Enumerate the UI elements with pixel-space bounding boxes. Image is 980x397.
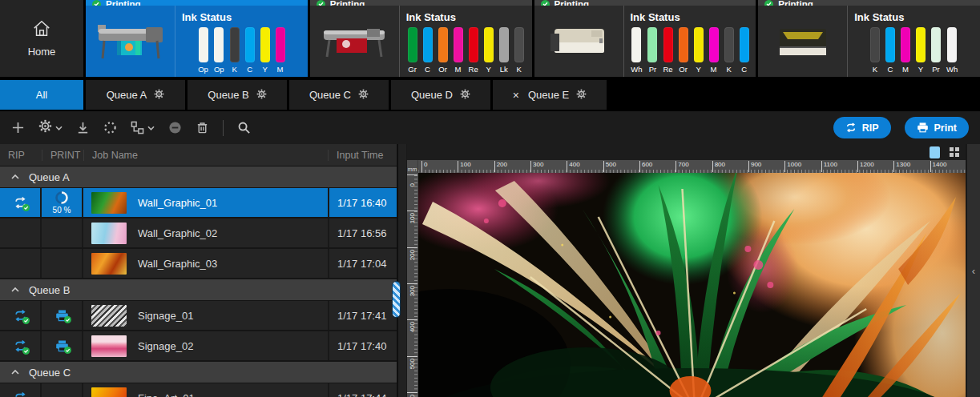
import-job-button[interactable] [76,121,90,134]
tab-gear-icon[interactable] [358,89,369,102]
ink-label: Y [918,65,923,74]
cell-rip [0,383,42,397]
chevron-left-icon: ‹ [972,265,975,277]
collapse-right-panel-button[interactable]: ‹ [966,144,980,397]
chevron-up-icon [11,174,19,179]
ink-label: C [888,65,893,74]
print-button[interactable]: Print [905,117,969,138]
ink-slot: M [276,27,285,74]
printer-status-bar: Printing [758,0,980,6]
ruler-tick-label: 400 [567,161,579,172]
job-row[interactable]: 50 % Wall_Graphic_01 1/17 16:40 [0,188,397,219]
printer-image [534,6,624,77]
ink-bars: KCMYPrWh [854,27,974,74]
printer-panel[interactable]: Printing Ink Status WhPrReOrYMKC [534,0,756,77]
ink-bar [631,27,641,62]
print-progress-ring [54,190,69,205]
status-check-icon [92,0,101,6]
rip-process-button[interactable] [103,121,117,134]
ink-bars: OpOpKCYM [182,27,301,74]
job-row[interactable]: Wall_Graphic_03 1/17 17:04 [0,249,397,279]
ruler-tick-label: 700 [676,161,688,172]
printer-image [310,6,400,77]
job-toolbar: RIP Print [0,110,980,144]
ink-slot: Op [198,27,208,74]
ink-bar [514,27,524,62]
tab-close-icon[interactable]: × [513,89,519,102]
ink-bar [947,27,957,62]
printer-panel[interactable]: Printing Ink Status KCMYPrWh [758,0,980,77]
printer-status-label: Printing [106,0,140,6]
job-table-body: Queue A 50 % Wall_Graphic_01 1/17 16:40 … [0,166,397,397]
ink-slot: Lk [499,27,509,74]
queue-tab[interactable]: Queue C [289,80,389,110]
ink-slot: Wh [946,27,958,74]
printer-panel[interactable]: Printing Ink Status OpOpKCYM [86,0,308,77]
job-row[interactable]: Wall_Graphic_02 1/17 16:56 [0,219,397,249]
job-settings-button[interactable] [38,119,63,136]
printer-status-label: Printing [330,0,365,6]
ink-bar [438,27,448,62]
tab-gear-icon[interactable] [576,89,587,102]
single-view-icon[interactable] [930,146,940,158]
ruler-tick-label: 500 [407,356,417,372]
job-row[interactable]: Fine_Art_01 1/17 17:44 [0,383,397,397]
preview-view-toolbar [407,144,966,160]
printer-panel[interactable]: Printing Ink Status GrCOrMReYLkK [310,0,532,77]
ink-label: Pr [932,65,940,74]
cell-rip [0,188,42,217]
ink-bar [679,27,688,62]
queue-group-header[interactable]: Queue B [0,279,397,301]
status-check-icon [317,0,325,6]
nest-jobs-button[interactable] [131,121,155,134]
queue-tab[interactable]: All [0,80,83,110]
ink-slot: Op [214,27,224,74]
job-time: 1/17 17:44 [328,383,397,397]
ink-slot: C [245,27,255,74]
queue-group-header[interactable]: Queue C [0,362,397,383]
plus-icon [11,121,25,134]
ink-slot: K [870,27,880,74]
ink-bar [901,27,910,62]
rip-button[interactable]: RIP [833,117,891,138]
tab-gear-icon[interactable] [256,89,267,102]
ink-slot: Y [694,27,704,74]
add-job-button[interactable] [11,121,25,134]
ink-slot: Y [484,27,494,74]
tab-gear-icon[interactable] [460,89,470,102]
tab-gear-icon[interactable] [154,89,164,102]
delete-job-button[interactable] [196,121,209,134]
ink-label: Y [696,65,700,74]
home-button[interactable]: Home [0,0,83,77]
ruler-tick-label: 600 [407,392,417,397]
queue-tab[interactable]: Queue D [391,80,490,110]
search-button[interactable] [237,121,251,134]
job-row[interactable]: Signage_02 1/17 17:40 [0,331,397,362]
nest-icon [131,121,144,134]
download-icon [76,121,90,134]
job-row[interactable]: Signage_01 1/17 17:41 [0,301,397,331]
job-time: 1/17 16:56 [328,219,397,247]
ink-label: C [741,65,747,74]
remove-job-button[interactable] [168,121,182,134]
queue-tab[interactable]: Queue A [86,80,185,110]
ink-bar [199,27,208,62]
chevron-up-icon [11,287,19,292]
printer-status-label: Printing [778,0,813,6]
ink-slot: Gr [408,27,417,74]
ink-label: Wh [631,65,642,74]
ink-label: Re [469,65,478,74]
queue-tab[interactable]: Queue B [188,80,287,110]
pane-splitter-handle[interactable] [393,282,400,317]
queue-group-header[interactable]: Queue A [0,166,397,188]
printer-image [86,6,175,77]
cell-rip [0,219,42,247]
job-thumbnail [91,223,127,244]
printer-status-label: Printing [555,0,589,6]
grid-view-icon[interactable] [950,147,959,157]
ink-bars: GrCOrMReYLkK [406,27,526,74]
queue-tab[interactable]: × Queue E [493,80,607,110]
ruler-tick-label: 1400 [930,161,947,172]
rip-loop-icon [845,122,857,133]
ruler-tick-label: 1100 [821,161,837,172]
